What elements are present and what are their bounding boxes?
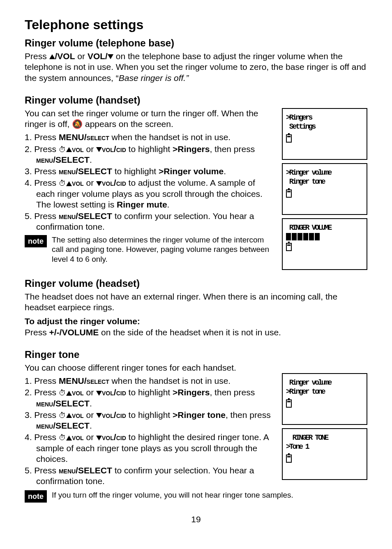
triangle-up-icon — [66, 147, 72, 152]
heading-handset: Ringer volume (handset) — [25, 94, 276, 106]
step-5: 5. Press menu/SELECT to confirm your sel… — [25, 211, 276, 233]
triangle-down-icon — [96, 181, 102, 186]
step-1: 1. Press MENU/select when the handset is… — [25, 376, 276, 386]
triangle-up-icon — [66, 181, 72, 186]
para-tone-intro: You can choose different ringer tones fo… — [25, 362, 276, 373]
battery-icon — [286, 243, 292, 251]
note-text: If you turn off the ringer volume, you w… — [52, 490, 293, 500]
subhead-adjust: To adjust the ringer volume: — [25, 316, 367, 327]
text: or — [75, 51, 88, 61]
step-4: 4. Press vol or vol/cid to adjust the vo… — [25, 178, 276, 210]
text: appears on the screen. — [83, 119, 173, 129]
lcd-line: >Ringer tone — [286, 387, 363, 397]
heading-tone: Ringer tone — [25, 348, 276, 361]
italic-text: Base ringer is off.” — [119, 73, 189, 83]
lcd-line: >Ringer volume — [286, 168, 363, 178]
triangle-up-icon — [49, 54, 55, 59]
volume-bars — [286, 233, 363, 240]
para-handset-intro: You can set the ringer volume or turn th… — [25, 108, 276, 130]
lcd-ringer-tone-select: RINGER TONE >Tone 1 — [282, 428, 367, 480]
step-4: 4. Press vol or vol/cid to highlight the… — [25, 432, 276, 464]
clock-icon — [59, 410, 66, 420]
page-number: 19 — [25, 514, 367, 525]
step-3: 3. Press vol or vol/cid to highlight >Ri… — [25, 410, 276, 431]
triangle-down-icon — [96, 391, 102, 396]
note-tone: note If you turn off the ringer volume, … — [25, 490, 367, 503]
lcd-line: RINGER TONE — [286, 433, 363, 443]
para-headset: The headset does not have an external ri… — [25, 291, 367, 313]
triangle-up-icon — [66, 391, 72, 396]
lcd-line: Ringer tone — [286, 177, 363, 187]
triangle-down-icon — [96, 413, 102, 418]
clock-icon — [59, 432, 66, 442]
battery-icon — [286, 189, 292, 198]
para-headset-2: Press +/-/VOLUME on the side of the head… — [25, 327, 367, 338]
step-5: 5. Press menu/SELECT to confirm your sel… — [25, 465, 276, 487]
bell-off-icon: 🔕 — [72, 119, 83, 129]
heading-base: Ringer volume (telephone base) — [25, 37, 367, 49]
battery-icon — [286, 399, 292, 408]
triangle-down-icon — [96, 436, 102, 441]
battery-icon — [286, 454, 292, 463]
clock-icon — [59, 144, 66, 154]
step-2: 2. Press vol or vol/cid to highlight >Ri… — [25, 387, 276, 409]
battery-icon — [286, 134, 292, 143]
note-text: The setting also determines the ringer v… — [52, 235, 276, 264]
text: Press — [25, 51, 49, 61]
lcd-line: Settings — [286, 122, 363, 131]
vol-down-label: VOL/ — [88, 51, 108, 61]
text: +/-/VOLUME — [49, 328, 99, 337]
vol-up-label: /VOL — [55, 51, 75, 61]
tone-steps: 1. Press MENU/select when the handset is… — [25, 376, 276, 487]
lcd-line: >Tone 1 — [286, 442, 363, 452]
lcd-line: >Ringers — [286, 113, 363, 122]
lcd-line: RINGER VOLUME — [286, 223, 363, 233]
para-base: Press /VOL or VOL/ on the telephone base… — [25, 51, 367, 83]
triangle-down-icon — [108, 54, 113, 59]
clock-icon — [59, 178, 66, 187]
step-2: 2. Press vol or vol/cid to highlight >Ri… — [25, 144, 276, 166]
note-handset: note The setting also determines the rin… — [25, 235, 276, 264]
heading-headset: Ringer volume (headset) — [25, 277, 367, 290]
note-badge: note — [25, 490, 47, 503]
step-3: 3. Press menu/SELECT to highlight >Ringe… — [25, 166, 276, 177]
lcd-ringer-volume-bars: RINGER VOLUME — [282, 218, 367, 270]
handset-steps: 1. Press MENU/select when the handset is… — [25, 132, 276, 232]
note-badge: note — [25, 235, 47, 248]
lcd-ringer-volume-menu: >Ringer volume Ringer tone — [282, 163, 367, 215]
page-title: Telephone settings — [25, 16, 367, 33]
lcd-line: Ringer volume — [286, 378, 363, 388]
triangle-up-icon — [66, 436, 72, 441]
clock-icon — [59, 388, 66, 397]
triangle-down-icon — [96, 147, 102, 152]
text: on the side of the headset when it is no… — [99, 328, 281, 337]
text: Press — [25, 328, 49, 337]
lcd-ringer-tone-menu: Ringer volume >Ringer tone — [282, 373, 367, 425]
triangle-up-icon — [66, 413, 72, 418]
lcd-ringers-settings: >Ringers Settings — [282, 108, 367, 160]
step-1: 1. Press MENU/select when the handset is… — [25, 132, 276, 143]
